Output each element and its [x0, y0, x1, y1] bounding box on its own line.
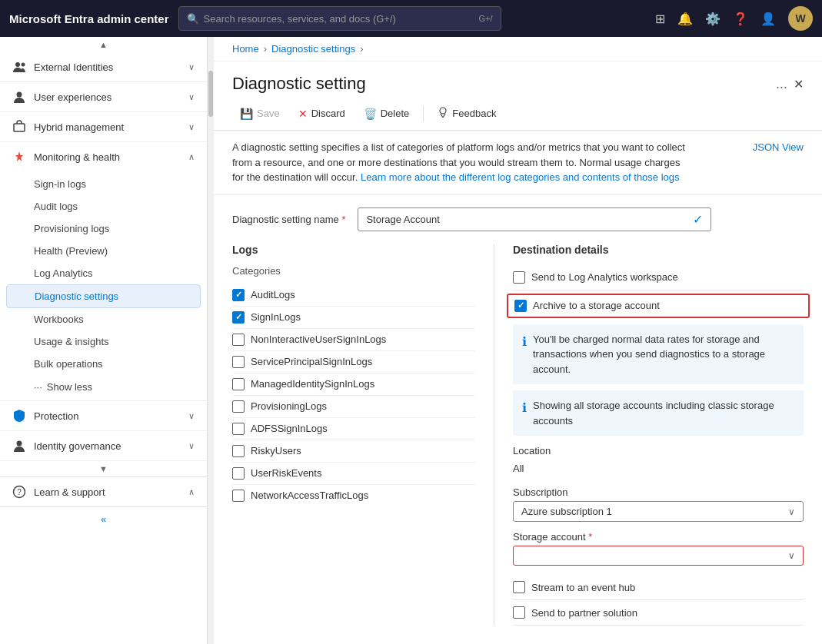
diag-name-label: Diagnostic setting name * — [232, 214, 345, 225]
sidebar-item-signin-logs[interactable]: Sign-in logs — [0, 173, 207, 195]
panel-header: Diagnostic setting ... ✕ — [214, 61, 822, 100]
bell-icon[interactable]: 🔔 — [677, 12, 693, 26]
sidebar-bottom-section: ? Learn & support ∧ — [0, 476, 207, 506]
sidebar-item-usage-insights[interactable]: Usage & insights — [0, 330, 207, 353]
sidebar-group-monitoring-health[interactable]: Monitoring & health ∧ — [0, 142, 207, 171]
storage-account-select[interactable]: ∨ — [513, 546, 804, 566]
hybrid-management-label: Hybrid management — [34, 121, 181, 133]
user-icon[interactable]: 👤 — [760, 12, 776, 26]
discard-button[interactable]: ✕ Discard — [291, 104, 353, 124]
noninteractive-checkbox[interactable] — [232, 334, 245, 346]
storage-checkbox[interactable] — [514, 300, 527, 312]
main-layout: ▲ External Identities ∨ User — [0, 37, 822, 644]
learn-support-label: Learn & support — [34, 486, 181, 498]
eventhub-checkbox[interactable] — [513, 581, 525, 593]
serviceprincipal-label: ServicePrincipalSignInLogs — [251, 356, 372, 367]
subscription-select[interactable]: Azure subscription 1 ∨ — [513, 501, 804, 522]
sidebar-collapse-btn[interactable]: « — [0, 506, 207, 531]
sidebar-group-protection[interactable]: Protection ∨ — [0, 401, 207, 430]
json-view-link[interactable]: JSON View — [753, 140, 804, 155]
avatar[interactable]: W — [788, 6, 813, 31]
sidebar-section-hybrid-management: Hybrid management ∨ — [0, 112, 207, 142]
monitoring-health-label: Monitoring & health — [34, 151, 181, 163]
panel-close-btn[interactable]: ✕ — [794, 77, 804, 91]
userrisk-label: UserRiskEvents — [251, 467, 321, 479]
breadcrumb-home[interactable]: Home — [232, 43, 259, 55]
userrisk-checkbox[interactable] — [232, 467, 245, 480]
log-item-managedidentity: ManagedIdentitySignInLogs — [232, 373, 475, 396]
storage-account-group: Storage account * ∨ — [513, 531, 804, 566]
provisioning-checkbox[interactable] — [232, 400, 245, 413]
log-item-adfs: ADFSSignInLogs — [232, 418, 475, 440]
svg-rect-3 — [14, 124, 25, 131]
storage-account-chevron: ∨ — [788, 550, 795, 561]
sidebar-item-bulk-operations[interactable]: Bulk operations — [0, 353, 207, 375]
topbar: Microsoft Entra admin center 🔍 G+/ ⊞ 🔔 ⚙… — [0, 0, 822, 37]
sidebar-section-external-identities: External Identities ∨ — [0, 52, 207, 82]
sidebar-group-user-experiences[interactable]: User experiences ∨ — [0, 82, 207, 111]
audit-label: AuditLogs — [251, 289, 295, 300]
location-label: Location — [513, 445, 804, 456]
audit-checkbox[interactable] — [232, 289, 245, 301]
networkaccess-checkbox[interactable] — [232, 490, 245, 502]
collapse-icon: « — [101, 513, 106, 525]
external-identities-icon — [12, 60, 26, 74]
sidebar-item-log-analytics[interactable]: Log Analytics — [0, 262, 207, 284]
save-button[interactable]: 💾 Save — [232, 104, 288, 124]
search-input[interactable] — [204, 13, 474, 25]
portal-icon[interactable]: ⊞ — [655, 12, 665, 26]
scroll-down[interactable]: ▼ — [0, 461, 207, 476]
managedidentity-checkbox[interactable] — [232, 378, 245, 390]
delete-icon: 🗑️ — [364, 108, 377, 120]
sidebar: ▲ External Identities ∨ User — [0, 37, 208, 644]
sidebar-group-identity-governance[interactable]: Identity governance ∨ — [0, 431, 207, 460]
log-item-audit: AuditLogs — [232, 284, 475, 307]
log-item-noninteractive: NonInteractiveUserSignInLogs — [232, 329, 475, 351]
serviceprincipal-checkbox[interactable] — [232, 356, 245, 368]
riskyusers-checkbox[interactable] — [232, 445, 245, 457]
sidebar-item-audit-logs[interactable]: Audit logs — [0, 195, 207, 217]
adfs-checkbox[interactable] — [232, 423, 245, 435]
protection-chevron: ∨ — [188, 411, 195, 421]
two-col-layout: Logs Categories AuditLogs SignInLogs — [232, 244, 804, 626]
sidebar-group-hybrid-management[interactable]: Hybrid management ∨ — [0, 112, 207, 141]
sidebar-item-provisioning-logs[interactable]: Provisioning logs — [0, 217, 207, 240]
panel-more-btn[interactable]: ... — [776, 76, 787, 92]
save-label: Save — [257, 108, 280, 119]
settings-icon[interactable]: ⚙️ — [705, 12, 720, 26]
loganalytics-checkbox[interactable] — [513, 271, 525, 284]
sidebar-item-health-preview[interactable]: Health (Preview) — [0, 240, 207, 262]
description-link[interactable]: Learn more about the different log categ… — [361, 171, 680, 183]
sidebar-show-less[interactable]: ··· Show less — [0, 375, 207, 399]
toolbar-divider — [423, 106, 424, 121]
sidebar-section-protection: Protection ∨ — [0, 401, 207, 431]
diag-name-select[interactable]: Storage Account ✓ — [358, 207, 711, 231]
signin-checkbox[interactable] — [232, 311, 245, 324]
delete-button[interactable]: 🗑️ Delete — [356, 104, 418, 124]
delete-label: Delete — [381, 108, 410, 119]
hybrid-management-chevron: ∨ — [188, 122, 195, 132]
help-icon[interactable]: ❓ — [733, 12, 748, 26]
log-item-networkaccess: NetworkAccessTrafficLogs — [232, 485, 475, 506]
scroll-up[interactable]: ▲ — [0, 37, 207, 52]
sidebar-group-external-identities[interactable]: External Identities ∨ — [0, 52, 207, 81]
partner-checkbox[interactable] — [513, 606, 525, 619]
sidebar-scrollbar[interactable] — [208, 37, 214, 644]
sidebar-section-monitoring-health: Monitoring & health ∧ Sign-in logs Audit… — [0, 142, 207, 401]
sidebar-item-workbooks[interactable]: Workbooks — [0, 308, 207, 330]
discard-label: Discard — [311, 108, 345, 119]
search-box[interactable]: 🔍 G+/ — [178, 6, 501, 31]
description-box: A diagnostic setting specifies a list of… — [214, 131, 822, 195]
info-text-1: You'll be charged normal data rates for … — [533, 332, 794, 377]
required-star: * — [341, 214, 345, 225]
subscription-label: Subscription — [513, 486, 804, 498]
learn-support-chevron: ∧ — [188, 487, 195, 497]
feedback-button[interactable]: Feedback — [430, 103, 504, 124]
monitoring-health-icon — [12, 150, 26, 164]
page-title: Diagnostic setting — [232, 74, 770, 94]
identity-governance-icon — [12, 439, 26, 453]
breadcrumb-parent[interactable]: Diagnostic settings — [271, 43, 355, 55]
sidebar-item-diagnostic-settings[interactable]: Diagnostic settings — [6, 284, 201, 308]
loganalytics-label: Send to Log Analytics workspace — [531, 271, 678, 283]
sidebar-group-learn-support[interactable]: ? Learn & support ∧ — [0, 477, 207, 506]
